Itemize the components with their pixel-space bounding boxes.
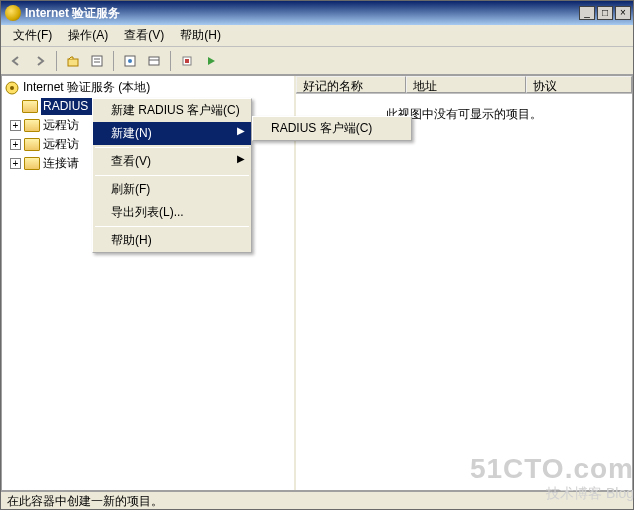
window-title: Internet 验证服务 [25, 5, 579, 22]
context-submenu: RADIUS 客户端(C) [252, 116, 412, 141]
toolbar [1, 47, 633, 75]
context-menu: 新建 RADIUS 客户端(C) 新建(N) ▶ 查看(V) ▶ 刷新(F) 导… [92, 98, 252, 253]
app-icon [5, 5, 21, 21]
svg-rect-6 [149, 57, 159, 65]
menu-file[interactable]: 文件(F) [5, 25, 60, 46]
list-body: 此视图中没有可显示的项目。 [296, 94, 632, 490]
svg-rect-9 [185, 59, 189, 63]
menu-new-radius-client[interactable]: 新建 RADIUS 客户端(C) [93, 99, 251, 122]
menu-new[interactable]: 新建(N) ▶ [93, 122, 251, 145]
titlebar: Internet 验证服务 _ □ × [1, 1, 633, 25]
svg-point-5 [128, 59, 132, 63]
content-area: Internet 验证服务 (本地) RADIUS 客户端 + 远程访 + 远程… [1, 75, 633, 491]
svg-rect-0 [68, 59, 78, 66]
menu-separator [95, 175, 249, 176]
service-icon [4, 80, 20, 96]
folder-icon [24, 119, 40, 132]
submenu-radius-client[interactable]: RADIUS 客户端(C) [253, 117, 411, 140]
expand-icon[interactable]: + [10, 158, 21, 169]
menu-view[interactable]: 查看(V) ▶ [93, 150, 251, 173]
menu-help[interactable]: 帮助(H) [172, 25, 229, 46]
menu-action[interactable]: 操作(A) [60, 25, 116, 46]
tree-root[interactable]: Internet 验证服务 (本地) [4, 78, 292, 97]
up-button[interactable] [62, 50, 84, 72]
list-header: 好记的名称 地址 协议 [296, 76, 632, 94]
export-button[interactable] [143, 50, 165, 72]
refresh-button[interactable] [119, 50, 141, 72]
submenu-arrow-icon: ▶ [237, 125, 245, 136]
toolbar-separator [113, 51, 114, 71]
menubar: 文件(F) 操作(A) 查看(V) 帮助(H) [1, 25, 633, 47]
close-button[interactable]: × [615, 6, 631, 20]
back-button[interactable] [5, 50, 27, 72]
app-window: Internet 验证服务 _ □ × 文件(F) 操作(A) 查看(V) 帮助… [0, 0, 634, 510]
submenu-arrow-icon: ▶ [237, 153, 245, 164]
toolbar-separator [170, 51, 171, 71]
svg-point-11 [10, 86, 14, 90]
col-name[interactable]: 好记的名称 [296, 76, 406, 93]
status-text: 在此容器中创建一新的项目。 [7, 494, 163, 508]
stop-button[interactable] [176, 50, 198, 72]
menu-help[interactable]: 帮助(H) [93, 229, 251, 252]
start-button[interactable] [200, 50, 222, 72]
menu-refresh[interactable]: 刷新(F) [93, 178, 251, 201]
menu-separator [95, 226, 249, 227]
folder-icon [24, 138, 40, 151]
menu-export-list[interactable]: 导出列表(L)... [93, 201, 251, 224]
menu-view[interactable]: 查看(V) [116, 25, 172, 46]
watermark: 51CTO.com 技术博客 Blog [470, 453, 634, 503]
folder-open-icon [22, 100, 38, 113]
minimize-button[interactable]: _ [579, 6, 595, 20]
tree-panel: Internet 验证服务 (本地) RADIUS 客户端 + 远程访 + 远程… [2, 76, 296, 490]
col-protocol[interactable]: 协议 [526, 76, 632, 93]
expand-icon[interactable]: + [10, 139, 21, 150]
folder-icon [24, 157, 40, 170]
maximize-button[interactable]: □ [597, 6, 613, 20]
menu-separator [95, 147, 249, 148]
toolbar-separator [56, 51, 57, 71]
col-address[interactable]: 地址 [406, 76, 526, 93]
properties-button[interactable] [86, 50, 108, 72]
expand-icon[interactable]: + [10, 120, 21, 131]
svg-rect-1 [92, 56, 102, 66]
forward-button[interactable] [29, 50, 51, 72]
